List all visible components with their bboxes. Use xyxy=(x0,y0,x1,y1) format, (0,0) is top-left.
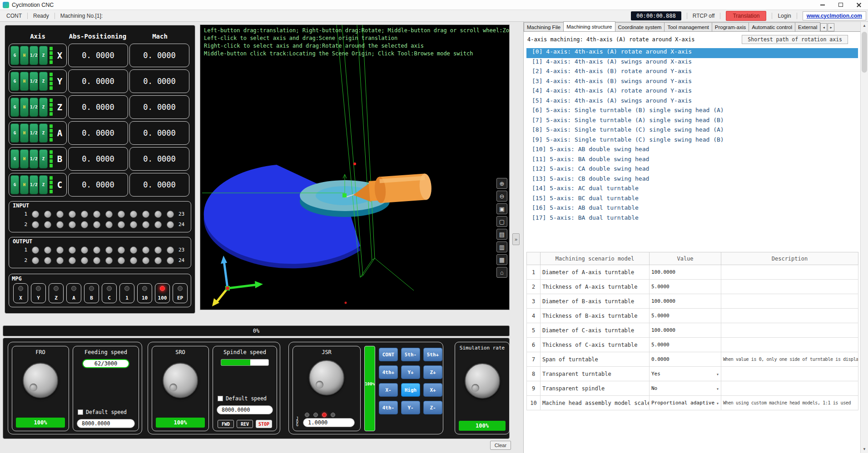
jog-button-4th-minus[interactable]: 4th- xyxy=(379,401,398,414)
structure-item[interactable]: [10] 5-axis: AB double swing head xyxy=(526,146,858,156)
spindle-default-value[interactable]: 8000.0000 xyxy=(217,405,273,414)
scroll-down-icon[interactable]: ▼ xyxy=(861,445,868,453)
axis-mode-button-z[interactable]: Z xyxy=(39,149,48,168)
axis-mode-button-z[interactable]: Z xyxy=(39,175,48,194)
spindle-rev-button[interactable]: REV xyxy=(237,420,253,428)
expand-panel-button[interactable]: » xyxy=(512,233,520,245)
jog-button-z-minus[interactable]: Z- xyxy=(423,401,442,414)
copy-view-icon[interactable]: ▣ xyxy=(496,203,507,214)
structure-item[interactable]: [15] 5-axis: BC dual turntable xyxy=(526,195,858,205)
structure-item[interactable]: [14] 5-axis: AC dual turntable xyxy=(526,185,858,195)
scrollbar-thumb[interactable] xyxy=(862,32,867,73)
grid-view-icon[interactable]: ▦ xyxy=(496,254,507,265)
sro-knob[interactable] xyxy=(163,363,198,398)
tab-machining-structure[interactable]: Machining structure xyxy=(563,21,615,31)
scenario-value-cell[interactable]: 0.0000 xyxy=(650,352,721,367)
scroll-up-icon[interactable]: ▲ xyxy=(861,22,868,30)
axis-mode-button-g[interactable]: G xyxy=(10,175,19,194)
spindle-fwd-button[interactable]: FWD xyxy=(218,420,234,428)
mpg-button-z[interactable]: Z xyxy=(49,283,64,303)
jog-button-y-minus[interactable]: Y- xyxy=(401,401,420,414)
structure-item[interactable]: [0] 4-axis: 4th-axis (A) rotate around X… xyxy=(526,48,858,58)
scenario-value-cell[interactable]: 100.0000 xyxy=(650,294,721,309)
translation-button[interactable]: Translation xyxy=(726,11,766,21)
stack-view-icon[interactable]: ▥ xyxy=(496,241,507,252)
clear-button[interactable]: Clear xyxy=(490,441,511,450)
scenario-value-cell[interactable]: 5.0000 xyxy=(650,280,721,294)
jog-button-y-plus[interactable]: Y+ xyxy=(401,365,420,379)
feeding-default-checkbox[interactable] xyxy=(78,409,83,415)
rtcp-status[interactable]: RTCP off xyxy=(693,13,715,19)
mpg-button-a[interactable]: A xyxy=(66,283,81,303)
shortest-path-button[interactable]: Shortest path of rotation axis xyxy=(742,35,848,44)
mpg-button-c[interactable]: C xyxy=(102,283,117,303)
axis-mode-button-h[interactable]: H xyxy=(20,149,29,168)
axis-mode-button-z[interactable]: Z xyxy=(39,72,48,91)
scenario-value-cell[interactable]: No▾ xyxy=(650,381,721,396)
axis-mode-button-g[interactable]: G xyxy=(10,46,19,65)
structure-item[interactable]: [11] 5-axis: BA double swing head xyxy=(526,156,858,166)
axis-mode-button-g[interactable]: G xyxy=(10,149,19,168)
jog-button-4th-plus[interactable]: 4th+ xyxy=(379,365,398,379)
mpg-button-b[interactable]: B xyxy=(84,283,99,303)
scenario-value-cell[interactable]: Proportional adaptive▾ xyxy=(650,396,721,410)
zoom-in-icon[interactable]: ⊕ xyxy=(496,178,507,189)
jog-button-z-plus[interactable]: Z+ xyxy=(423,365,442,379)
login-button[interactable]: Login xyxy=(778,13,791,19)
axis-mode-button-g[interactable]: G xyxy=(10,98,19,117)
axis-mode-button-h[interactable]: H xyxy=(20,175,29,194)
axis-mode-button-half[interactable]: 1/2 xyxy=(30,123,38,143)
tab-tool-management[interactable]: Tool management xyxy=(664,22,712,31)
structure-item[interactable]: [8] 5-axis: Single turntable (C) single … xyxy=(526,126,858,136)
simulation-rate-knob[interactable] xyxy=(465,363,500,399)
scenario-value-cell[interactable]: 100.0000 xyxy=(650,265,721,280)
tab-machining-file[interactable]: Machining File xyxy=(524,22,564,31)
axis-mode-button-half[interactable]: 1/2 xyxy=(30,149,38,168)
scenario-value-cell[interactable]: 5.0000 xyxy=(650,309,721,323)
tab-coordinate-system[interactable]: Coordinate system xyxy=(615,22,665,31)
jog-step-value[interactable]: 1.0000 xyxy=(303,418,355,427)
structure-item[interactable]: [13] 5-axis: CB double swing head xyxy=(526,175,858,185)
axis-mode-button-half[interactable]: 1/2 xyxy=(30,72,38,91)
structure-item[interactable]: [16] 5-axis: AB dual turntable xyxy=(526,204,858,214)
axis-mode-button-half[interactable]: 1/2 xyxy=(30,98,38,117)
jog-button-5th-minus[interactable]: 5th- xyxy=(401,348,420,361)
home-view-icon[interactable]: ⌂ xyxy=(496,267,507,278)
spindle-stop-button[interactable]: STOP xyxy=(256,420,272,428)
spindle-default-checkbox[interactable] xyxy=(218,396,223,401)
fro-knob[interactable] xyxy=(23,363,58,398)
zoom-out-icon[interactable]: ⊖ xyxy=(496,191,507,202)
feeding-default-value[interactable]: 8000.0000 xyxy=(77,419,135,428)
jog-button-x-plus[interactable]: X+ xyxy=(423,383,442,397)
axis-mode-button-h[interactable]: H xyxy=(20,123,29,143)
structure-item[interactable]: [7] 5-axis: Single turntable (A) single … xyxy=(526,117,858,127)
structure-item[interactable]: [5] 4-axis: 4th-axis (A) swings around Y… xyxy=(526,97,858,107)
mpg-button-100[interactable]: 100 xyxy=(155,283,170,303)
axis-mode-button-z[interactable]: Z xyxy=(39,98,48,117)
structure-item[interactable]: [2] 4-axis: 4th-axis (B) rotate around Y… xyxy=(526,68,858,78)
mpg-button-ep[interactable]: EP xyxy=(173,283,188,303)
feeding-speed-value[interactable]: 62/3000 xyxy=(82,359,129,368)
tab-scroll-left-icon[interactable]: ◄ xyxy=(820,23,827,31)
mpg-button-1[interactable]: 1 xyxy=(119,283,134,303)
axis-mode-button-g[interactable]: G xyxy=(10,123,19,143)
tab-external[interactable]: External xyxy=(795,22,820,31)
structure-item[interactable]: [1] 4-axis: 4th-axis (A) swings around X… xyxy=(526,58,858,68)
list-view-icon[interactable]: ▤ xyxy=(496,229,507,240)
axis-mode-button-half[interactable]: 1/2 xyxy=(30,175,38,194)
jog-button-cont[interactable]: CONT xyxy=(379,348,398,361)
mpg-button-10[interactable]: 10 xyxy=(137,283,152,303)
jog-button-high[interactable]: High xyxy=(401,383,420,397)
structure-item[interactable]: [4] 4-axis: 4th-axis (A) rotate around Y… xyxy=(526,87,858,97)
scenario-value-cell[interactable]: 5.0000 xyxy=(650,338,721,352)
axis-mode-button-h[interactable]: H xyxy=(20,72,29,91)
tab-automatic-control[interactable]: Automatic control xyxy=(749,22,795,31)
maximize-button[interactable] xyxy=(832,0,850,10)
structure-item[interactable]: [3] 4-axis: 4th-axis (B) swings around Y… xyxy=(526,78,858,88)
minimize-button[interactable] xyxy=(813,0,832,10)
tab-scroll-right-icon[interactable]: ► xyxy=(828,23,834,31)
structure-item[interactable]: [6] 5-axis: Single turntable (B) single … xyxy=(526,107,858,117)
axis-mode-button-h[interactable]: H xyxy=(20,46,29,65)
right-panel-scrollbar[interactable]: ▲ ▼ xyxy=(860,22,868,453)
axis-mode-button-g[interactable]: G xyxy=(10,72,19,91)
